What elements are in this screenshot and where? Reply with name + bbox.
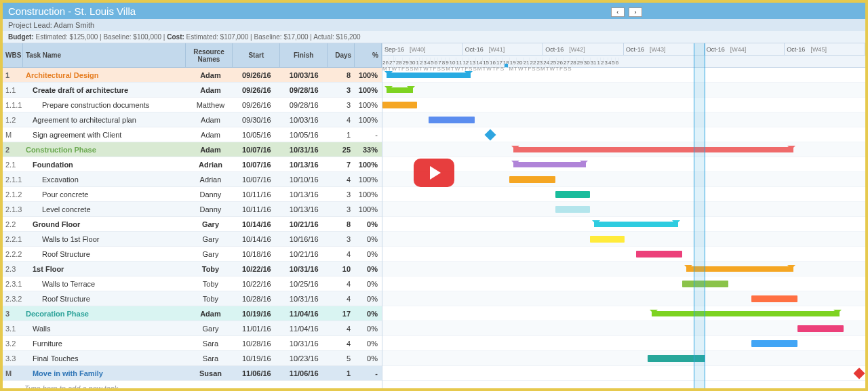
- cell-start[interactable]: 10/07/16: [233, 161, 280, 169]
- cell-finish[interactable]: 10/31/16: [280, 265, 328, 273]
- task-row[interactable]: 2.3.2Roof StructureToby10/28/1610/31/164…: [3, 291, 382, 306]
- task-bar[interactable]: [648, 355, 705, 362]
- cell-pct[interactable]: 33%: [355, 146, 382, 154]
- cell-days[interactable]: 4: [328, 116, 355, 124]
- cell-pct[interactable]: 0%: [355, 235, 382, 243]
- gantt-row[interactable]: [382, 321, 865, 336]
- cell-pct[interactable]: -: [355, 131, 382, 139]
- cell-pct[interactable]: 100%: [355, 71, 382, 79]
- cell-pct[interactable]: 100%: [355, 205, 382, 213]
- cell-start[interactable]: 10/28/16: [233, 339, 280, 348]
- col-days[interactable]: Days: [328, 43, 355, 67]
- cell-resource[interactable]: Gary: [186, 325, 233, 333]
- cell-days[interactable]: 8: [328, 71, 355, 79]
- cell-resource[interactable]: Toby: [186, 295, 233, 303]
- summary-bar[interactable]: [387, 73, 471, 78]
- gantt-row[interactable]: [382, 262, 865, 276]
- cell-pct[interactable]: 100%: [355, 86, 382, 94]
- nav-prev-button[interactable]: ‹: [611, 7, 625, 17]
- task-bar[interactable]: [555, 206, 590, 213]
- cell-resource[interactable]: Sara: [186, 354, 233, 363]
- gantt-row[interactable]: [382, 276, 865, 291]
- cell-name[interactable]: Create draft of architecture: [23, 86, 186, 94]
- gantt-chart[interactable]: [382, 68, 865, 381]
- cell-pct[interactable]: 100%: [355, 116, 382, 124]
- cell-pct[interactable]: 100%: [355, 176, 382, 184]
- cell-pct[interactable]: 0%: [355, 339, 382, 348]
- cell-resource[interactable]: Susan: [186, 369, 233, 377]
- col-start[interactable]: Start: [233, 43, 280, 67]
- cell-days[interactable]: 17: [328, 310, 355, 318]
- cell-days[interactable]: 4: [328, 250, 355, 258]
- cell-name[interactable]: Pour concrete: [23, 190, 186, 199]
- cell-finish[interactable]: 09/28/16: [280, 101, 328, 109]
- cell-start[interactable]: 09/30/16: [233, 116, 280, 124]
- cell-name[interactable]: Move in with Family: [23, 369, 186, 377]
- cell-resource[interactable]: Adam: [186, 71, 233, 79]
- cell-finish[interactable]: 11/04/16: [280, 310, 328, 318]
- cell-finish[interactable]: 10/13/16: [280, 161, 328, 169]
- cell-days[interactable]: 3: [328, 235, 355, 243]
- cell-finish[interactable]: 10/31/16: [280, 146, 328, 154]
- task-bar[interactable]: [509, 176, 555, 183]
- cell-resource[interactable]: Adam: [186, 86, 233, 94]
- gantt-row[interactable]: [382, 172, 865, 187]
- cell-start[interactable]: 10/07/16: [233, 146, 280, 154]
- cell-name[interactable]: Final Touches: [23, 354, 186, 363]
- task-bar[interactable]: [382, 102, 417, 108]
- task-row[interactable]: 2.2.2Roof StructureGary10/18/1610/21/164…: [3, 247, 382, 262]
- nav-next-button[interactable]: ›: [629, 7, 642, 17]
- gantt-row[interactable]: [382, 366, 865, 381]
- cell-resource[interactable]: Danny: [186, 190, 233, 199]
- cell-resource[interactable]: Gary: [186, 220, 233, 228]
- col-finish[interactable]: Finish: [280, 43, 328, 67]
- cell-start[interactable]: 10/11/16: [233, 190, 280, 199]
- cell-start[interactable]: 10/07/16: [233, 176, 280, 184]
- cell-name[interactable]: Ground Floor: [23, 220, 186, 228]
- gantt-row[interactable]: [382, 187, 865, 202]
- task-row[interactable]: 2.3.1Walls to TerraceToby10/22/1610/25/1…: [3, 276, 382, 291]
- cell-resource[interactable]: Matthew: [186, 101, 233, 109]
- cell-name[interactable]: Roof Structure: [23, 250, 186, 258]
- cell-days[interactable]: 4: [328, 280, 355, 288]
- cell-name[interactable]: Sign agreement with Client: [23, 131, 186, 139]
- cell-start[interactable]: 10/18/16: [233, 250, 280, 258]
- cell-days[interactable]: 10: [328, 265, 355, 273]
- gantt-row[interactable]: [382, 217, 865, 232]
- col-resource[interactable]: Resource Names: [186, 43, 233, 67]
- cell-start[interactable]: 10/22/16: [233, 280, 280, 288]
- cell-pct[interactable]: 100%: [355, 101, 382, 109]
- gantt-row[interactable]: [382, 112, 865, 127]
- gantt-row[interactable]: [382, 202, 865, 217]
- gantt-row[interactable]: [382, 291, 865, 306]
- gantt-row[interactable]: [382, 83, 865, 98]
- cell-pct[interactable]: 100%: [355, 190, 382, 199]
- cell-name[interactable]: Prepare construction documents: [23, 101, 186, 109]
- gantt-row[interactable]: [382, 232, 865, 247]
- task-row[interactable]: 3.2FurnitureSara10/28/1610/31/1640%: [3, 336, 382, 351]
- cell-resource[interactable]: Adam: [186, 131, 233, 139]
- summary-bar[interactable]: [387, 87, 413, 93]
- cell-resource[interactable]: Adam: [186, 116, 233, 124]
- col-wbs[interactable]: WBS: [3, 43, 23, 67]
- cell-name[interactable]: Agreement to architectural plan: [23, 116, 186, 124]
- cell-finish[interactable]: 10/21/16: [280, 220, 328, 228]
- task-row[interactable]: 3.1WallsGary11/01/1611/04/1640%: [3, 321, 382, 336]
- gantt-area[interactable]: Sep-16[W40]Oct-16[W41]Oct-16[W42]Oct-16[…: [382, 43, 865, 388]
- col-name[interactable]: Task Name: [23, 43, 186, 67]
- cell-days[interactable]: 4: [328, 176, 355, 184]
- task-bar[interactable]: [590, 236, 625, 243]
- cell-name[interactable]: Walls: [23, 325, 186, 333]
- cell-start[interactable]: 11/01/16: [233, 325, 280, 333]
- cell-name[interactable]: Walls to 1st Floor: [23, 235, 186, 243]
- task-row[interactable]: MSign agreement with ClientAdam10/05/161…: [3, 127, 382, 142]
- cell-name[interactable]: Architectural Design: [23, 71, 186, 79]
- cell-name[interactable]: Furniture: [23, 339, 186, 348]
- cell-resource[interactable]: Danny: [186, 205, 233, 213]
- gantt-row[interactable]: [382, 98, 865, 112]
- cell-pct[interactable]: 0%: [355, 220, 382, 228]
- task-bar[interactable]: [555, 191, 590, 198]
- summary-bar[interactable]: [594, 222, 678, 227]
- cell-days[interactable]: 3: [328, 205, 355, 213]
- cell-finish[interactable]: 10/10/16: [280, 176, 328, 184]
